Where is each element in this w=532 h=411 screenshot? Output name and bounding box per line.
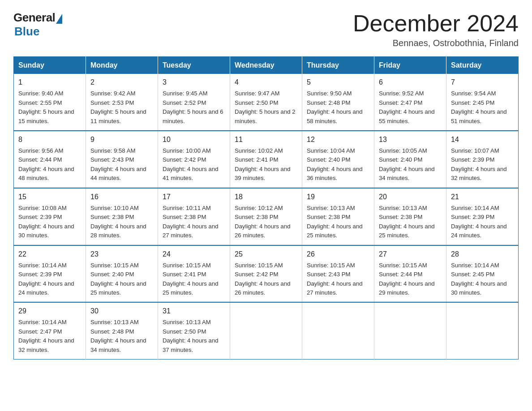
calendar-week-row: 29 Sunrise: 10:14 AMSunset: 2:47 PMDayli… [14, 302, 519, 359]
table-row: 6 Sunrise: 9:52 AMSunset: 2:47 PMDayligh… [374, 74, 446, 131]
day-info: Sunrise: 10:15 AMSunset: 2:43 PMDaylight… [307, 262, 363, 296]
day-info: Sunrise: 10:04 AMSunset: 2:40 PMDaylight… [307, 147, 363, 181]
table-row: 27 Sunrise: 10:15 AMSunset: 2:44 PMDayli… [374, 245, 446, 303]
table-row: 19 Sunrise: 10:13 AMSunset: 2:38 PMDayli… [302, 188, 374, 245]
day-info: Sunrise: 9:40 AMSunset: 2:55 PMDaylight:… [18, 90, 74, 124]
logo-blue-text: Blue [14, 25, 39, 39]
day-number: 10 [163, 134, 225, 145]
day-info: Sunrise: 10:12 AMSunset: 2:38 PMDaylight… [235, 205, 291, 239]
day-info: Sunrise: 10:14 AMSunset: 2:39 PMDaylight… [451, 205, 507, 239]
table-row [230, 302, 302, 359]
day-number: 12 [307, 134, 369, 145]
day-info: Sunrise: 9:58 AMSunset: 2:43 PMDaylight:… [90, 147, 146, 181]
day-number: 24 [163, 249, 225, 260]
day-number: 31 [163, 306, 225, 317]
table-row [374, 302, 446, 359]
day-number: 8 [18, 134, 81, 145]
day-number: 9 [90, 134, 153, 145]
day-info: Sunrise: 10:00 AMSunset: 2:42 PMDaylight… [163, 147, 219, 181]
table-row: 1 Sunrise: 9:40 AMSunset: 2:55 PMDayligh… [14, 74, 86, 131]
day-info: Sunrise: 10:05 AMSunset: 2:40 PMDaylight… [379, 147, 435, 181]
day-info: Sunrise: 10:14 AMSunset: 2:47 PMDaylight… [18, 319, 74, 353]
calendar-week-row: 15 Sunrise: 10:08 AMSunset: 2:39 PMDayli… [14, 188, 519, 245]
table-row: 13 Sunrise: 10:05 AMSunset: 2:40 PMDayli… [374, 131, 446, 188]
table-row: 11 Sunrise: 10:02 AMSunset: 2:41 PMDayli… [230, 131, 302, 188]
table-row: 16 Sunrise: 10:10 AMSunset: 2:38 PMDayli… [86, 188, 158, 245]
table-row: 30 Sunrise: 10:13 AMSunset: 2:48 PMDayli… [86, 302, 158, 359]
calendar-week-row: 8 Sunrise: 9:56 AMSunset: 2:44 PMDayligh… [14, 131, 519, 188]
page-header: General Blue December 2024 Bennaes, Ostr… [13, 11, 519, 48]
table-row: 26 Sunrise: 10:15 AMSunset: 2:43 PMDayli… [302, 245, 374, 303]
day-info: Sunrise: 10:14 AMSunset: 2:39 PMDaylight… [18, 262, 74, 296]
day-number: 3 [163, 77, 225, 88]
day-info: Sunrise: 10:10 AMSunset: 2:38 PMDaylight… [90, 205, 146, 239]
table-row: 9 Sunrise: 9:58 AMSunset: 2:43 PMDayligh… [86, 131, 158, 188]
table-row: 17 Sunrise: 10:11 AMSunset: 2:38 PMDayli… [158, 188, 230, 245]
logo: General Blue [13, 11, 62, 39]
day-info: Sunrise: 9:56 AMSunset: 2:44 PMDaylight:… [18, 147, 74, 181]
day-number: 14 [451, 134, 514, 145]
table-row: 23 Sunrise: 10:15 AMSunset: 2:40 PMDayli… [86, 245, 158, 303]
day-number: 7 [451, 77, 514, 88]
day-info: Sunrise: 10:02 AMSunset: 2:41 PMDaylight… [235, 147, 291, 181]
table-row: 20 Sunrise: 10:13 AMSunset: 2:38 PMDayli… [374, 188, 446, 245]
day-number: 29 [18, 306, 81, 317]
day-number: 6 [379, 77, 442, 88]
table-row: 24 Sunrise: 10:15 AMSunset: 2:41 PMDayli… [158, 245, 230, 303]
day-number: 23 [90, 249, 153, 260]
day-number: 18 [235, 192, 297, 202]
header-saturday: Saturday [446, 57, 519, 74]
day-info: Sunrise: 10:07 AMSunset: 2:39 PMDaylight… [451, 147, 507, 181]
day-info: Sunrise: 10:08 AMSunset: 2:39 PMDaylight… [18, 205, 74, 239]
table-row: 8 Sunrise: 9:56 AMSunset: 2:44 PMDayligh… [14, 131, 86, 188]
calendar-week-row: 22 Sunrise: 10:14 AMSunset: 2:39 PMDayli… [14, 245, 519, 303]
title-area: December 2024 Bennaes, Ostrobothnia, Fin… [353, 11, 519, 48]
table-row: 10 Sunrise: 10:00 AMSunset: 2:42 PMDayli… [158, 131, 230, 188]
header-wednesday: Wednesday [230, 57, 302, 74]
day-info: Sunrise: 9:47 AMSunset: 2:50 PMDaylight:… [235, 90, 296, 124]
header-sunday: Sunday [14, 57, 86, 74]
day-info: Sunrise: 10:13 AMSunset: 2:48 PMDaylight… [90, 319, 146, 353]
table-row: 22 Sunrise: 10:14 AMSunset: 2:39 PMDayli… [14, 245, 86, 303]
day-info: Sunrise: 10:15 AMSunset: 2:42 PMDaylight… [235, 262, 291, 296]
day-info: Sunrise: 9:42 AMSunset: 2:53 PMDaylight:… [90, 90, 146, 124]
logo-general-text: General [13, 11, 55, 25]
day-number: 30 [90, 306, 153, 317]
day-number: 16 [90, 192, 153, 202]
calendar-table: Sunday Monday Tuesday Wednesday Thursday… [13, 56, 519, 360]
day-info: Sunrise: 10:13 AMSunset: 2:50 PMDaylight… [163, 319, 219, 353]
day-info: Sunrise: 10:11 AMSunset: 2:38 PMDaylight… [163, 205, 219, 239]
table-row: 15 Sunrise: 10:08 AMSunset: 2:39 PMDayli… [14, 188, 86, 245]
day-number: 25 [235, 249, 297, 260]
table-row: 18 Sunrise: 10:12 AMSunset: 2:38 PMDayli… [230, 188, 302, 245]
day-number: 28 [451, 249, 514, 260]
day-number: 11 [235, 134, 297, 145]
day-info: Sunrise: 9:45 AMSunset: 2:52 PMDaylight:… [163, 90, 223, 124]
day-number: 20 [379, 192, 442, 202]
calendar-header-row: Sunday Monday Tuesday Wednesday Thursday… [14, 57, 519, 74]
day-number: 26 [307, 249, 369, 260]
day-info: Sunrise: 10:14 AMSunset: 2:45 PMDaylight… [451, 262, 507, 296]
table-row: 25 Sunrise: 10:15 AMSunset: 2:42 PMDayli… [230, 245, 302, 303]
location-subtitle: Bennaes, Ostrobothnia, Finland [353, 38, 519, 48]
day-number: 1 [18, 77, 81, 88]
day-info: Sunrise: 9:52 AMSunset: 2:47 PMDaylight:… [379, 90, 435, 124]
table-row: 31 Sunrise: 10:13 AMSunset: 2:50 PMDayli… [158, 302, 230, 359]
day-number: 19 [307, 192, 369, 202]
table-row: 12 Sunrise: 10:04 AMSunset: 2:40 PMDayli… [302, 131, 374, 188]
table-row: 2 Sunrise: 9:42 AMSunset: 2:53 PMDayligh… [86, 74, 158, 131]
table-row: 29 Sunrise: 10:14 AMSunset: 2:47 PMDayli… [14, 302, 86, 359]
day-number: 21 [451, 192, 514, 202]
day-number: 22 [18, 249, 81, 260]
table-row: 3 Sunrise: 9:45 AMSunset: 2:52 PMDayligh… [158, 74, 230, 131]
header-thursday: Thursday [302, 57, 374, 74]
table-row: 4 Sunrise: 9:47 AMSunset: 2:50 PMDayligh… [230, 74, 302, 131]
header-monday: Monday [86, 57, 158, 74]
month-title: December 2024 [353, 11, 519, 36]
table-row: 5 Sunrise: 9:50 AMSunset: 2:48 PMDayligh… [302, 74, 374, 131]
day-info: Sunrise: 10:15 AMSunset: 2:41 PMDaylight… [163, 262, 219, 296]
day-info: Sunrise: 10:13 AMSunset: 2:38 PMDaylight… [307, 205, 363, 239]
table-row: 28 Sunrise: 10:14 AMSunset: 2:45 PMDayli… [446, 245, 519, 303]
logo-triangle-icon [56, 14, 62, 24]
header-friday: Friday [374, 57, 446, 74]
